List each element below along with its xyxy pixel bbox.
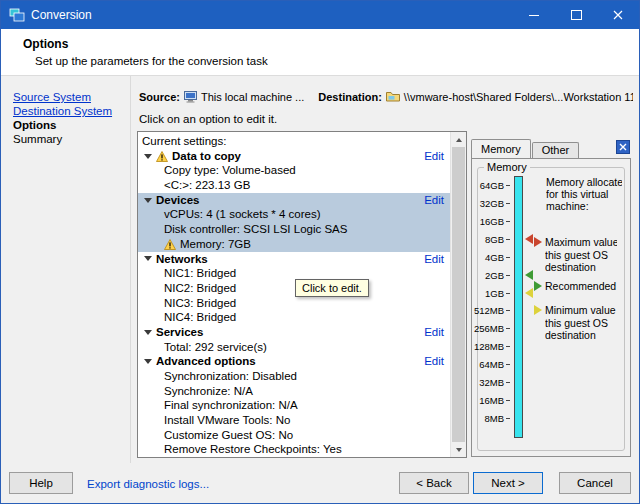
- setting-row[interactable]: NIC1: Bridged: [138, 266, 450, 281]
- setting-row[interactable]: Synchronize: N/A: [138, 384, 450, 399]
- tick-mark: [506, 185, 510, 186]
- legend-text-line: destination: [545, 261, 617, 274]
- memory-scale-row: 8GB: [478, 234, 510, 245]
- setting-row[interactable]: NIC4: Bridged: [138, 310, 450, 325]
- cancel-button[interactable]: Cancel: [559, 472, 631, 494]
- back-button[interactable]: < Back: [399, 472, 469, 494]
- setting-row[interactable]: Disk controller: SCSI LSI Logic SAS: [138, 222, 450, 237]
- memory-scale-bar: [514, 176, 523, 438]
- tick-mark: [506, 364, 510, 365]
- app-icon: [9, 8, 25, 22]
- scroll-up-button[interactable]: [451, 132, 466, 147]
- destination-value: \\vmware-host\Shared Folders\...Workstat…: [404, 91, 633, 103]
- memory-scale-label: 4GB: [485, 252, 504, 263]
- section-devices[interactable]: Devices Edit: [138, 193, 450, 208]
- memory-note-line: machine:: [546, 200, 622, 212]
- collapse-arrow-icon: [144, 256, 152, 261]
- section-networks[interactable]: Networks Edit: [138, 252, 450, 267]
- setting-row[interactable]: Customize Guest OS: No: [138, 428, 450, 443]
- memory-scale-label: 2GB: [485, 270, 504, 281]
- setting-row[interactable]: Remove Restore Checkpoints: Yes: [138, 442, 450, 457]
- edit-devices-link[interactable]: Edit: [424, 193, 444, 208]
- step-destination-system[interactable]: Destination System: [13, 105, 129, 118]
- next-button[interactable]: Next >: [473, 472, 543, 494]
- memory-scale-row: 4GB: [478, 252, 510, 263]
- setting-text: Memory: 7GB: [180, 237, 251, 252]
- window-controls: [513, 1, 639, 29]
- setting-row[interactable]: NIC2: Bridged: [138, 281, 450, 296]
- legend-minimum: Minimum value this guest OS destination: [534, 304, 617, 342]
- edit-data-to-copy-link[interactable]: Edit: [424, 149, 444, 164]
- close-button[interactable]: [597, 1, 639, 29]
- setting-row[interactable]: Final synchronization: N/A: [138, 398, 450, 413]
- section-label: Services: [156, 325, 203, 340]
- scroll-down-button[interactable]: [451, 442, 466, 457]
- scrollbar-thumb[interactable]: [452, 147, 465, 442]
- setting-row[interactable]: Copy type: Volume-based: [138, 163, 450, 178]
- setting-row[interactable]: Total: 292 service(s): [138, 340, 450, 355]
- recommended-legend-icon: [534, 281, 542, 291]
- edit-networks-link[interactable]: Edit: [424, 252, 444, 267]
- step-source-system[interactable]: Source System: [13, 91, 129, 104]
- setting-text: NIC2: Bridged: [164, 281, 236, 296]
- setting-text: Copy type: Volume-based: [164, 163, 296, 178]
- legend-text-line: this guest OS: [545, 317, 617, 330]
- memory-scale-label: 16GB: [480, 216, 504, 227]
- tick-mark: [506, 203, 510, 204]
- memory-scale-row: 64MB: [478, 359, 510, 370]
- setting-row[interactable]: Memory: 7GB: [138, 237, 450, 252]
- maximum-legend-icon: [534, 237, 542, 247]
- setting-row[interactable]: vCPUs: 4 (1 sockets * 4 cores): [138, 207, 450, 222]
- setting-text: NIC3: Bridged: [164, 296, 236, 311]
- edit-services-link[interactable]: Edit: [424, 325, 444, 340]
- edit-advanced-options-link[interactable]: Edit: [424, 354, 444, 369]
- section-advanced-options[interactable]: Advanced options Edit: [138, 354, 450, 369]
- section-services[interactable]: Services Edit: [138, 325, 450, 340]
- legend-text-line: Minimum value: [545, 304, 617, 317]
- section-data-to-copy[interactable]: Data to copy Edit: [138, 149, 450, 164]
- collapse-arrow-icon: [144, 154, 152, 159]
- memory-groupbox: Memory 64GB 32GB 16GB 8GB 4GB 2GB 1GB 51…: [477, 167, 625, 451]
- maximize-icon: [571, 10, 582, 20]
- minimum-marker-icon: [525, 288, 533, 298]
- warning-icon: [164, 239, 176, 250]
- memory-scale-row: 64GB: [478, 180, 510, 191]
- minimize-icon: [529, 15, 539, 16]
- section-label: Advanced options: [156, 354, 256, 369]
- setting-row[interactable]: NIC3: Bridged: [138, 296, 450, 311]
- settings-scrollbar[interactable]: [450, 132, 466, 457]
- tab-other[interactable]: Other: [532, 142, 580, 158]
- memory-scale-row: 1GB: [478, 288, 510, 299]
- setting-text: NIC1: Bridged: [164, 266, 236, 281]
- current-settings-label: Current settings:: [142, 135, 226, 147]
- memory-scale-row: 16MB: [478, 395, 510, 406]
- legend-maximum: Maximum value this guest OS destination: [534, 236, 617, 274]
- instruction-text: Click on an option to edit it.: [139, 113, 277, 125]
- tooltip: Click to edit.: [295, 279, 369, 297]
- memory-scale-label: 64GB: [480, 180, 504, 191]
- tick-mark: [506, 382, 510, 383]
- recommended-marker-icon: [525, 270, 533, 280]
- minimize-button[interactable]: [513, 1, 555, 29]
- setting-row[interactable]: Install VMware Tools: No: [138, 413, 450, 428]
- maximize-button[interactable]: [555, 1, 597, 29]
- page-subtitle: Set up the parameters for the conversion…: [1, 51, 639, 67]
- tab-memory[interactable]: Memory: [471, 139, 531, 158]
- setting-row[interactable]: Synchronization: Disabled: [138, 369, 450, 384]
- help-button[interactable]: Help: [9, 472, 73, 494]
- close-panel-button[interactable]: [616, 140, 630, 154]
- conversion-window: Conversion Options Set up the parameters…: [0, 0, 640, 504]
- export-diagnostic-logs-link[interactable]: Export diagnostic logs...: [87, 478, 209, 490]
- minimum-legend-icon: [534, 305, 542, 315]
- memory-scale-label: 1GB: [485, 288, 504, 299]
- arrow-up-icon: [456, 138, 462, 142]
- memory-scale-row: 128MB: [478, 341, 510, 352]
- memory-scale-label: 256MB: [474, 323, 504, 334]
- arrow-down-icon: [456, 448, 462, 452]
- titlebar[interactable]: Conversion: [1, 1, 639, 29]
- setting-row[interactable]: <C:>: 223.13 GB: [138, 178, 450, 193]
- tick-mark: [506, 257, 510, 258]
- section-label: Devices: [156, 193, 199, 208]
- memory-scale-label: 128MB: [474, 341, 504, 352]
- memory-scale-label: 32MB: [479, 377, 504, 388]
